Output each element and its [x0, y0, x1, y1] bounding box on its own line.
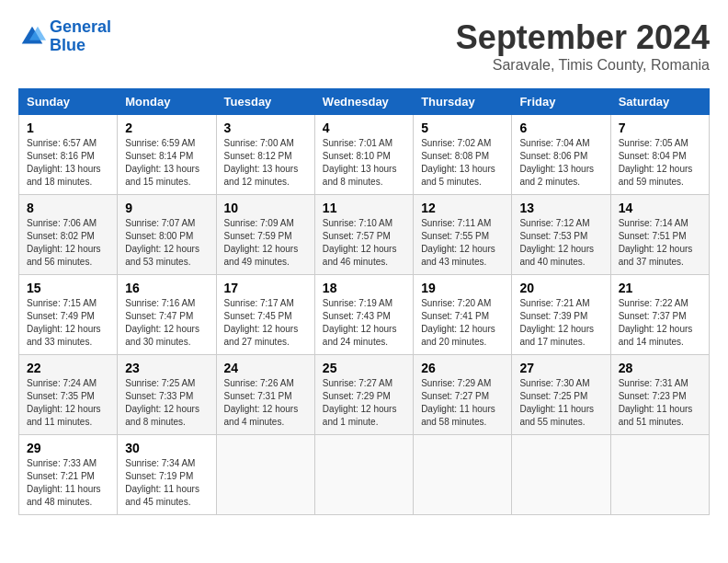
daylight-text: Daylight: 13 hours and 18 minutes. — [27, 163, 109, 189]
calendar-cell: 21 Sunrise: 7:22 AM Sunset: 7:37 PM Dayl… — [610, 275, 709, 355]
sunset-text: Sunset: 7:19 PM — [125, 470, 208, 483]
day-info: Sunrise: 7:31 AM Sunset: 7:23 PM Dayligh… — [619, 377, 701, 429]
daylight-text: Daylight: 11 hours and 55 minutes. — [519, 403, 602, 429]
calendar-cell: 19 Sunrise: 7:20 AM Sunset: 7:41 PM Dayl… — [414, 275, 512, 355]
sunset-text: Sunset: 7:27 PM — [421, 390, 504, 403]
calendar-cell: 3 Sunrise: 7:00 AM Sunset: 8:12 PM Dayli… — [216, 115, 314, 195]
daylight-text: Daylight: 12 hours and 8 minutes. — [125, 403, 208, 429]
calendar-cell: 14 Sunrise: 7:14 AM Sunset: 7:51 PM Dayl… — [610, 195, 709, 275]
day-info: Sunrise: 7:06 AM Sunset: 8:02 PM Dayligh… — [27, 217, 109, 269]
sunset-text: Sunset: 8:12 PM — [224, 150, 307, 163]
day-number: 19 — [421, 281, 504, 295]
day-number: 4 — [323, 121, 405, 135]
calendar-cell: 10 Sunrise: 7:09 AM Sunset: 7:59 PM Dayl… — [216, 195, 314, 275]
daylight-text: Daylight: 12 hours and 40 minutes. — [519, 243, 602, 269]
calendar-cell: 27 Sunrise: 7:30 AM Sunset: 7:25 PM Dayl… — [512, 355, 610, 435]
day-info: Sunrise: 7:27 AM Sunset: 7:29 PM Dayligh… — [323, 377, 405, 429]
day-info: Sunrise: 7:15 AM Sunset: 7:49 PM Dayligh… — [27, 297, 109, 349]
sunrise-text: Sunrise: 6:57 AM — [27, 137, 109, 150]
sunrise-text: Sunrise: 7:16 AM — [125, 297, 208, 310]
day-info: Sunrise: 7:10 AM Sunset: 7:57 PM Dayligh… — [323, 217, 405, 269]
daylight-text: Daylight: 12 hours and 11 minutes. — [27, 403, 109, 429]
sunrise-text: Sunrise: 7:15 AM — [27, 297, 109, 310]
sunset-text: Sunset: 7:53 PM — [519, 230, 602, 243]
header: General Blue September 2024 Saravale, Ti… — [18, 18, 710, 74]
col-tuesday: Tuesday — [216, 89, 314, 115]
day-number: 29 — [27, 441, 109, 455]
sunset-text: Sunset: 7:43 PM — [323, 310, 405, 323]
sunrise-text: Sunrise: 7:11 AM — [421, 217, 504, 230]
sunrise-text: Sunrise: 7:14 AM — [619, 217, 701, 230]
day-number: 5 — [421, 121, 504, 135]
day-info: Sunrise: 7:11 AM Sunset: 7:55 PM Dayligh… — [421, 217, 504, 269]
sunset-text: Sunset: 7:49 PM — [27, 310, 109, 323]
sunset-text: Sunset: 7:41 PM — [421, 310, 504, 323]
day-number: 22 — [27, 361, 109, 375]
sunrise-text: Sunrise: 7:04 AM — [519, 137, 602, 150]
sunset-text: Sunset: 7:59 PM — [224, 230, 307, 243]
day-info: Sunrise: 7:09 AM Sunset: 7:59 PM Dayligh… — [224, 217, 307, 269]
calendar-cell: 23 Sunrise: 7:25 AM Sunset: 7:33 PM Dayl… — [118, 355, 216, 435]
calendar-cell: 28 Sunrise: 7:31 AM Sunset: 7:23 PM Dayl… — [610, 355, 709, 435]
sunrise-text: Sunrise: 7:00 AM — [224, 137, 307, 150]
logo-blue: Blue — [50, 36, 85, 54]
day-number: 21 — [619, 281, 701, 295]
calendar-cell: 22 Sunrise: 7:24 AM Sunset: 7:35 PM Dayl… — [19, 355, 118, 435]
sunset-text: Sunset: 7:51 PM — [619, 230, 701, 243]
sunrise-text: Sunrise: 7:07 AM — [125, 217, 208, 230]
calendar-cell: 5 Sunrise: 7:02 AM Sunset: 8:08 PM Dayli… — [414, 115, 512, 195]
daylight-text: Daylight: 13 hours and 8 minutes. — [323, 163, 405, 189]
sunrise-text: Sunrise: 7:01 AM — [323, 137, 405, 150]
logo-general: General — [50, 17, 111, 36]
sunrise-text: Sunrise: 7:25 AM — [125, 377, 208, 390]
day-info: Sunrise: 7:07 AM Sunset: 8:00 PM Dayligh… — [125, 217, 208, 269]
day-info: Sunrise: 7:24 AM Sunset: 7:35 PM Dayligh… — [27, 377, 109, 429]
day-info: Sunrise: 7:00 AM Sunset: 8:12 PM Dayligh… — [224, 137, 307, 189]
sunset-text: Sunset: 7:29 PM — [323, 390, 405, 403]
daylight-text: Daylight: 12 hours and 17 minutes. — [519, 323, 602, 349]
day-info: Sunrise: 7:26 AM Sunset: 7:31 PM Dayligh… — [224, 377, 307, 429]
daylight-text: Daylight: 12 hours and 1 minute. — [323, 403, 405, 429]
calendar-cell: 13 Sunrise: 7:12 AM Sunset: 7:53 PM Dayl… — [512, 195, 610, 275]
sunrise-text: Sunrise: 7:22 AM — [619, 297, 701, 310]
calendar-cell: 11 Sunrise: 7:10 AM Sunset: 7:57 PM Dayl… — [314, 195, 413, 275]
sunrise-text: Sunrise: 7:34 AM — [125, 457, 208, 470]
calendar-cell — [314, 435, 413, 515]
day-number: 16 — [125, 281, 208, 295]
daylight-text: Daylight: 12 hours and 27 minutes. — [224, 323, 307, 349]
calendar-cell: 12 Sunrise: 7:11 AM Sunset: 7:55 PM Dayl… — [414, 195, 512, 275]
sunrise-text: Sunrise: 7:10 AM — [323, 217, 405, 230]
day-info: Sunrise: 7:20 AM Sunset: 7:41 PM Dayligh… — [421, 297, 504, 349]
calendar-cell: 17 Sunrise: 7:17 AM Sunset: 7:45 PM Dayl… — [216, 275, 314, 355]
sunset-text: Sunset: 7:47 PM — [125, 310, 208, 323]
day-number: 7 — [619, 121, 701, 135]
day-info: Sunrise: 7:12 AM Sunset: 7:53 PM Dayligh… — [519, 217, 602, 269]
sunset-text: Sunset: 8:04 PM — [619, 150, 701, 163]
day-info: Sunrise: 7:34 AM Sunset: 7:19 PM Dayligh… — [125, 457, 208, 509]
day-number: 18 — [323, 281, 405, 295]
sunrise-text: Sunrise: 7:06 AM — [27, 217, 109, 230]
calendar-cell: 15 Sunrise: 7:15 AM Sunset: 7:49 PM Dayl… — [19, 275, 118, 355]
sunset-text: Sunset: 8:10 PM — [323, 150, 405, 163]
day-number: 12 — [421, 201, 504, 215]
sunrise-text: Sunrise: 7:31 AM — [619, 377, 701, 390]
day-info: Sunrise: 6:59 AM Sunset: 8:14 PM Dayligh… — [125, 137, 208, 189]
day-info: Sunrise: 7:33 AM Sunset: 7:21 PM Dayligh… — [27, 457, 109, 509]
daylight-text: Daylight: 12 hours and 43 minutes. — [421, 243, 504, 269]
day-info: Sunrise: 7:25 AM Sunset: 7:33 PM Dayligh… — [125, 377, 208, 429]
day-number: 8 — [27, 201, 109, 215]
sunrise-text: Sunrise: 7:05 AM — [619, 137, 701, 150]
sunset-text: Sunset: 7:21 PM — [27, 470, 109, 483]
calendar-cell: 4 Sunrise: 7:01 AM Sunset: 8:10 PM Dayli… — [314, 115, 413, 195]
calendar-week-row: 29 Sunrise: 7:33 AM Sunset: 7:21 PM Dayl… — [19, 435, 710, 515]
day-number: 27 — [519, 361, 602, 375]
col-friday: Friday — [512, 89, 610, 115]
calendar-cell: 1 Sunrise: 6:57 AM Sunset: 8:16 PM Dayli… — [19, 115, 118, 195]
day-info: Sunrise: 7:19 AM Sunset: 7:43 PM Dayligh… — [323, 297, 405, 349]
day-info: Sunrise: 7:30 AM Sunset: 7:25 PM Dayligh… — [519, 377, 602, 429]
calendar-cell: 6 Sunrise: 7:04 AM Sunset: 8:06 PM Dayli… — [512, 115, 610, 195]
day-info: Sunrise: 7:04 AM Sunset: 8:06 PM Dayligh… — [519, 137, 602, 189]
daylight-text: Daylight: 12 hours and 24 minutes. — [323, 323, 405, 349]
title-section: September 2024 Saravale, Timis County, R… — [456, 18, 710, 74]
daylight-text: Daylight: 12 hours and 37 minutes. — [619, 243, 701, 269]
